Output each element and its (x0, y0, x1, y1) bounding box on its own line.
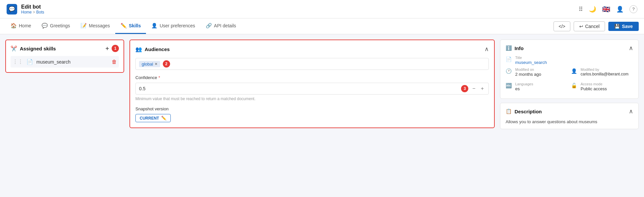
assigned-skills-header: ✂️ Assigned skills + 1 (11, 45, 119, 52)
api-icon: 🔗 (206, 23, 212, 29)
tab-messages-label: Messages (89, 23, 110, 28)
tab-api-details[interactable]: 🔗 API details (200, 18, 241, 34)
lock-icon: 🔓 (571, 83, 577, 89)
skill-name: museum_search (36, 59, 108, 65)
tab-greetings[interactable]: 💬 Greetings (36, 18, 75, 34)
current-label: CURRENT (140, 116, 159, 121)
info-languages-value: es (515, 86, 533, 91)
cancel-button[interactable]: ↩ Cancel (574, 21, 605, 31)
tab-skills-label: Skills (129, 23, 141, 28)
confidence-value: 0.5 (139, 86, 458, 91)
nav-tabs: 🏠 Home 💬 Greetings 📝 Messages ✏️ Skills … (5, 18, 241, 34)
tab-greetings-label: Greetings (50, 23, 70, 28)
info-collapse-button[interactable]: ∧ (629, 44, 633, 52)
description-icon: 📋 (506, 108, 512, 114)
breadcrumb: Home > Bots (21, 10, 44, 14)
cancel-arrow-icon: ↩ (579, 24, 583, 29)
help-icon[interactable]: ? (629, 5, 637, 13)
tab-user-preferences-label: User preferences (160, 23, 195, 28)
page-title: Edit bot (21, 4, 44, 10)
header-right: ⠿ 🌙 🇬🇧 👤 ? (579, 5, 637, 13)
tag-label: global (142, 62, 153, 67)
assigned-skills-badge: 1 (112, 45, 119, 52)
info-lang-access-grid: 🔤 Languages es 🔓 Access mode Public acce… (506, 82, 633, 94)
info-title-content: Title museum_search (515, 56, 547, 65)
snapshot-version-label: Snapshot version (135, 106, 489, 111)
cancel-label: Cancel (585, 24, 600, 29)
info-title-value: museum_search (515, 60, 547, 65)
plus-icon: + (105, 45, 109, 52)
skill-item: ⋮⋮ 📄 museum_search 🗑 (11, 56, 119, 68)
audiences-icon: 👥 (135, 46, 142, 52)
header-left: 💬 Edit bot Home > Bots (7, 4, 44, 14)
current-badge[interactable]: CURRENT ✏️ (135, 114, 171, 122)
nav-actions: </> ↩ Cancel 💾 Save (554, 21, 639, 31)
header: 💬 Edit bot Home > Bots ⠿ 🌙 🇬🇧 👤 ? (0, 0, 644, 18)
info-modified-by-content: Modified by carlos.bonilla@iberant.com (581, 68, 628, 76)
left-panel: ✂️ Assigned skills + 1 ⋮⋮ 📄 museum_searc… (5, 40, 124, 192)
code-button[interactable]: </> (554, 21, 570, 31)
audiences-card: 👥 Audiences ∧ global ✕ 2 Confidence * 0.… (129, 40, 495, 128)
info-modified-on-content: Modified on 2 months ago (515, 68, 541, 77)
info-card-title: Info (515, 45, 626, 51)
info-languages-content: Languages es (515, 82, 533, 91)
document-icon: 📄 (506, 56, 512, 62)
logo-icon: 💬 (9, 6, 15, 12)
user-circle-icon: 👤 (571, 68, 577, 74)
tab-home-label: Home (19, 23, 31, 28)
header-title-block: Edit bot Home > Bots (21, 4, 44, 14)
user-pref-icon: 👤 (151, 23, 158, 29)
breadcrumb-home[interactable]: Home (21, 10, 32, 14)
tab-user-preferences[interactable]: 👤 User preferences (146, 18, 200, 34)
add-skill-button[interactable]: + (105, 45, 109, 52)
audience-badge-3: 3 (461, 85, 468, 92)
description-collapse-button[interactable]: ∧ (629, 108, 633, 115)
info-icon: ℹ️ (506, 45, 512, 51)
breadcrumb-bots[interactable]: Bots (36, 10, 44, 14)
tab-skills[interactable]: ✏️ Skills (115, 18, 146, 34)
messages-icon: 📝 (81, 23, 87, 29)
save-label: Save (622, 24, 633, 29)
audiences-collapse-button[interactable]: ∧ (484, 45, 489, 53)
tag-remove-icon[interactable]: ✕ (155, 62, 158, 66)
nav-bar: 🏠 Home 💬 Greetings 📝 Messages ✏️ Skills … (0, 18, 644, 34)
moon-icon[interactable]: 🌙 (589, 6, 596, 13)
info-modified-on-row: 🕐 Modified on 2 months ago (506, 68, 568, 77)
tab-api-details-label: API details (214, 23, 236, 28)
tab-messages[interactable]: 📝 Messages (75, 18, 115, 34)
required-star: * (159, 75, 160, 80)
save-icon: 💾 (614, 24, 620, 29)
breadcrumb-separator: > (33, 10, 36, 14)
skills-icon: ✏️ (121, 23, 127, 29)
confidence-decrement-button[interactable]: − (471, 86, 477, 92)
info-card: ℹ️ Info ∧ 📄 Title museum_search 🕐 Modifi… (500, 40, 639, 99)
flag-icon[interactable]: 🇬🇧 (602, 5, 610, 13)
languages-icon: 🔤 (506, 83, 512, 89)
tab-home[interactable]: 🏠 Home (5, 18, 36, 34)
right-panel: ℹ️ Info ∧ 📄 Title museum_search 🕐 Modifi… (500, 40, 639, 192)
info-card-header: ℹ️ Info ∧ (506, 44, 633, 52)
audience-tag-input-row[interactable]: global ✕ 2 (135, 58, 489, 70)
confidence-section-label: Confidence * (135, 75, 489, 80)
app-logo: 💬 (7, 4, 17, 14)
confidence-increment-button[interactable]: + (480, 86, 485, 92)
description-card-header: 📋 Description ∧ (506, 108, 633, 115)
info-access-mode-content: Access mode Public access (581, 82, 607, 91)
info-modified-on-label: Modified on (515, 68, 541, 71)
main-layout: ✂️ Assigned skills + 1 ⋮⋮ 📄 museum_searc… (0, 34, 644, 197)
drag-handle-icon[interactable]: ⋮⋮ (13, 59, 23, 65)
info-languages-row: 🔤 Languages es (506, 82, 568, 91)
user-icon[interactable]: 👤 (616, 6, 624, 13)
confidence-hint: Minimum value that must be reached to re… (135, 97, 489, 101)
audiences-header: 👥 Audiences ∧ (135, 45, 489, 53)
description-title: Description (515, 109, 626, 114)
delete-skill-button[interactable]: 🗑 (112, 59, 117, 65)
info-modified-by-row: 👤 Modified by carlos.bonilla@iberant.com (571, 68, 633, 77)
code-icon: </> (558, 24, 565, 29)
info-access-mode-value: Public access (581, 86, 607, 91)
info-modified-on-value: 2 months ago (515, 72, 541, 77)
save-button[interactable]: 💾 Save (608, 22, 639, 31)
edit-icon[interactable]: ✏️ (161, 116, 166, 121)
grid-icon[interactable]: ⠿ (579, 6, 583, 13)
info-access-mode-row: 🔓 Access mode Public access (571, 82, 633, 91)
